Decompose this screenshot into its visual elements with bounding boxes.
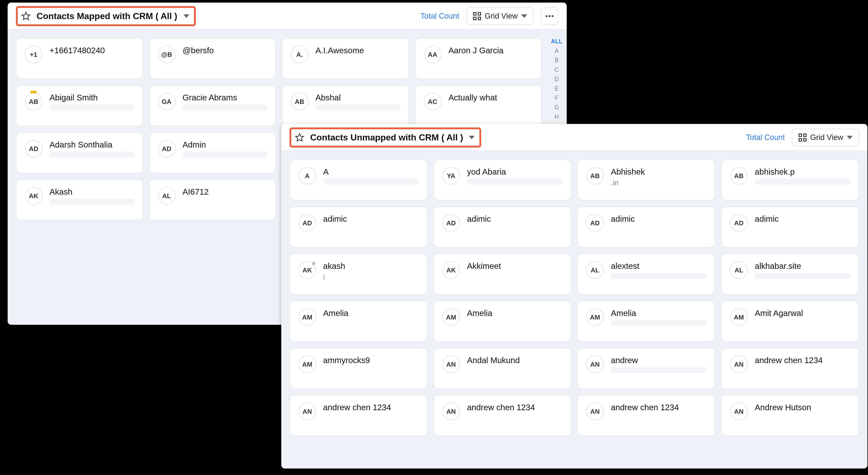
contact-card[interactable]: ALalkhabar.site: [721, 253, 859, 295]
contact-name: @bersfo: [183, 45, 267, 55]
contact-card[interactable]: AMAmit Agarwal: [721, 301, 859, 342]
contact-card[interactable]: ADadimic: [434, 206, 571, 248]
contact-card[interactable]: ABAbigail Smith: [16, 85, 143, 126]
contact-card-body: Adarsh Sonthalia: [50, 140, 134, 158]
contact-card-body: alextest: [611, 261, 706, 279]
panel-header: Contacts Unmapped with CRM ( All ) Total…: [281, 124, 868, 151]
avatar: AN: [730, 402, 748, 420]
view-title: Contacts Mapped with CRM ( All ): [36, 11, 177, 21]
contact-name: alkhabar.site: [755, 261, 850, 270]
alpha-index-item[interactable]: F: [555, 95, 558, 102]
contact-card[interactable]: YAyod Abaria: [434, 159, 571, 201]
contact-card[interactable]: ACActually what: [415, 85, 542, 126]
grid-view-button[interactable]: Grid View: [792, 128, 859, 146]
avatar: AD: [730, 214, 748, 232]
contact-card-body: Admin: [183, 140, 267, 158]
contact-card[interactable]: ADadimic: [578, 206, 715, 248]
view-title: Contacts Unmapped with CRM ( All ): [310, 132, 463, 142]
view-selector[interactable]: Contacts Mapped with CRM ( All ): [16, 6, 196, 26]
contact-card[interactable]: ABabhishek.p: [721, 159, 859, 201]
avatar: AD: [25, 140, 42, 158]
avatar: AB: [25, 93, 42, 110]
contact-card[interactable]: ALalextest: [578, 253, 715, 295]
avatar: AN: [730, 355, 748, 373]
contact-subtext-redacted: [611, 320, 706, 326]
contact-card[interactable]: ANandrew chen 1234: [578, 395, 715, 436]
header-actions: Total Count Grid View: [746, 128, 859, 146]
alpha-index-item[interactable]: D: [555, 76, 559, 83]
contact-subtext-redacted: [755, 179, 850, 184]
contact-card[interactable]: AMAmelia: [290, 301, 428, 342]
total-count-link[interactable]: Total Count: [421, 11, 459, 20]
contact-card[interactable]: A.A.I.Awesome: [282, 38, 409, 79]
contact-subtext-redacted: [316, 104, 400, 110]
total-count-link[interactable]: Total Count: [746, 133, 785, 142]
contact-card[interactable]: ALAI6712: [149, 179, 276, 220]
contact-card-body: Aaron J Garcia: [448, 45, 533, 55]
contact-card[interactable]: ADAdmin: [149, 132, 276, 173]
contact-card[interactable]: AMAmelia: [434, 301, 571, 342]
contact-card[interactable]: ADadimic: [290, 206, 428, 248]
contact-card[interactable]: ANAndal Mukund: [434, 348, 571, 389]
contact-card[interactable]: ANandrew chen 1234: [434, 395, 571, 436]
contact-name: Adarsh Sonthalia: [50, 140, 134, 149]
contact-card[interactable]: GAGracie Abrams: [149, 85, 276, 126]
alpha-index-item[interactable]: G: [554, 104, 559, 111]
svg-rect-4: [478, 17, 481, 19]
avatar: AB: [291, 93, 309, 110]
avatar: AC: [424, 93, 441, 110]
contact-card[interactable]: +1+16617480240: [16, 38, 143, 79]
contact-name: yod Abaria: [467, 167, 563, 176]
contact-card[interactable]: ANAndrew Hutson: [721, 395, 859, 436]
contact-card[interactable]: AAAaron J Garcia: [415, 38, 542, 79]
contact-card-body: Gracie Abrams: [183, 93, 267, 110]
contact-card-body: alkhabar.site: [755, 261, 850, 279]
avatar: AN: [586, 402, 604, 420]
contact-card[interactable]: @B@bersfo: [149, 38, 276, 79]
more-actions-button[interactable]: [541, 7, 559, 25]
alpha-index-item[interactable]: A: [555, 47, 559, 55]
contact-card[interactable]: AKakashi: [290, 253, 428, 295]
view-selector[interactable]: Contacts Unmapped with CRM ( All ): [290, 127, 482, 147]
contact-card[interactable]: AA: [290, 159, 428, 201]
contact-subtext-redacted: [183, 104, 267, 110]
contact-card-body: AI6712: [183, 187, 267, 196]
avatar: AD: [586, 214, 604, 232]
contact-card[interactable]: AKAkkimeet: [434, 253, 571, 295]
avatar: GA: [158, 93, 176, 110]
chevron-down-icon: [521, 13, 527, 19]
svg-marker-8: [296, 133, 303, 141]
contact-card[interactable]: ABAbhishek.in: [578, 159, 715, 201]
contact-card[interactable]: ABAbshal: [282, 85, 409, 126]
contact-card[interactable]: ANandrew chen 1234: [290, 395, 428, 436]
contact-card-body: Abshal: [316, 93, 400, 110]
contact-card[interactable]: ADadimic: [721, 206, 859, 248]
contact-card-body: adimic: [755, 214, 850, 224]
contact-card[interactable]: ADAdarsh Sonthalia: [16, 132, 143, 173]
unmapped-panel: Contacts Unmapped with CRM ( All ) Total…: [281, 124, 868, 469]
grid-view-button[interactable]: Grid View: [466, 7, 533, 25]
alpha-index-item[interactable]: E: [555, 85, 559, 92]
contact-card[interactable]: AMammyrocks9: [290, 348, 428, 389]
alpha-index-item[interactable]: B: [555, 57, 559, 64]
panel-header: Contacts Mapped with CRM ( All ) Total C…: [8, 3, 567, 30]
contact-name: andrew: [611, 355, 706, 365]
grid-view-label: Grid View: [485, 11, 518, 20]
contact-name: akash: [323, 261, 418, 270]
contact-name: Akkimeet: [467, 261, 563, 270]
alpha-index-item[interactable]: C: [555, 66, 559, 73]
svg-point-5: [546, 15, 548, 17]
contact-card-body: abhishek.p: [755, 167, 850, 184]
alpha-index[interactable]: ALLABCDEFGH: [552, 38, 562, 121]
contact-card[interactable]: AKAkash: [16, 179, 143, 220]
contact-name: +16617480240: [50, 45, 134, 55]
contact-card[interactable]: ANandrew chen 1234: [721, 348, 859, 389]
contact-card[interactable]: ANandrew: [578, 348, 715, 389]
avatar: A.: [291, 45, 309, 63]
contact-name: Amelia: [467, 308, 563, 317]
contact-subtext-redacted: [50, 151, 134, 158]
contact-card[interactable]: AMAmelia: [578, 301, 715, 342]
contact-name: adimic: [467, 214, 563, 224]
alpha-index-item[interactable]: H: [555, 113, 559, 121]
alpha-index-item[interactable]: ALL: [551, 38, 563, 45]
